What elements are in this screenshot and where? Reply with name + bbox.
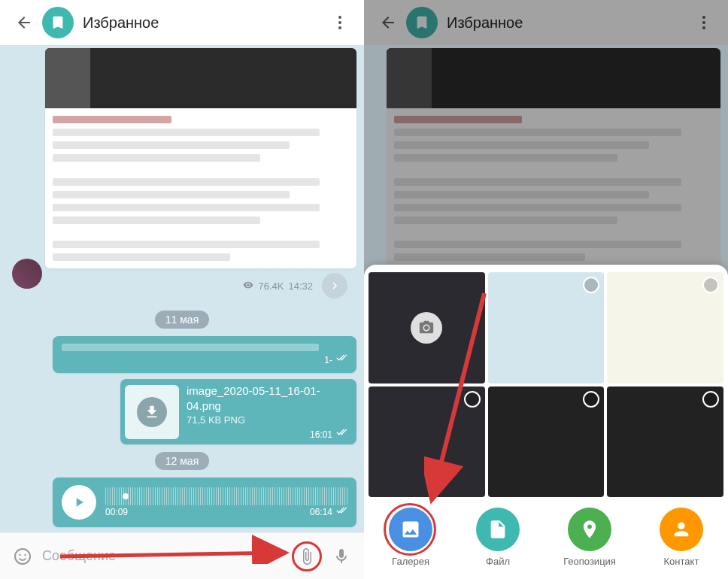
link-preview-image bbox=[45, 48, 356, 108]
views-count: 76.4K bbox=[258, 280, 284, 292]
location-icon bbox=[568, 508, 611, 551]
contact-label: Контакт bbox=[664, 556, 699, 567]
file-message[interactable]: image_2020-05-11_16-01-04.png 71,5 KB PN… bbox=[120, 379, 356, 444]
camera-icon bbox=[411, 312, 442, 344]
chat-title[interactable]: Избранное bbox=[83, 14, 325, 32]
file-size: 71,5 KB PNG bbox=[187, 414, 352, 426]
file-option[interactable]: Файл bbox=[476, 508, 520, 567]
saved-messages-avatar[interactable] bbox=[42, 7, 74, 38]
link-preview-message[interactable] bbox=[45, 48, 356, 268]
file-name: image_2020-05-11_16-01-04.png bbox=[187, 383, 352, 413]
emoji-button[interactable] bbox=[8, 541, 38, 571]
back-button[interactable] bbox=[9, 8, 39, 38]
svg-point-2 bbox=[338, 26, 341, 29]
date-separator: 12 мая bbox=[155, 452, 209, 470]
contact-option[interactable]: Контакт bbox=[660, 508, 703, 567]
select-circle[interactable] bbox=[702, 391, 719, 408]
audio-message[interactable]: 00:09 06:14 bbox=[53, 477, 356, 527]
download-button[interactable] bbox=[137, 397, 167, 427]
share-button[interactable] bbox=[322, 273, 347, 299]
file-thumbnail bbox=[125, 385, 179, 439]
location-option[interactable]: Геопозиция bbox=[563, 508, 616, 567]
file-label: Файл bbox=[486, 556, 510, 567]
gallery-photo[interactable] bbox=[488, 387, 605, 497]
attach-button[interactable] bbox=[292, 541, 322, 571]
message-time: 14:32 bbox=[288, 280, 313, 292]
select-circle[interactable] bbox=[583, 277, 599, 293]
photo-grid bbox=[364, 272, 728, 497]
message-input-bar: Сообщение bbox=[0, 532, 364, 579]
location-label: Геопозиция bbox=[563, 556, 616, 567]
message-input[interactable]: Сообщение bbox=[42, 548, 287, 564]
message-time: 1- bbox=[324, 355, 332, 365]
svg-point-4 bbox=[19, 553, 20, 555]
camera-cell[interactable] bbox=[369, 272, 485, 383]
more-options-button[interactable] bbox=[325, 8, 355, 38]
date-separator: 11 мая bbox=[155, 311, 209, 329]
gallery-photo[interactable] bbox=[488, 272, 605, 383]
audio-duration: 06:14 bbox=[310, 507, 332, 517]
gallery-photo[interactable] bbox=[607, 387, 723, 497]
gallery-photo[interactable] bbox=[369, 387, 485, 497]
voice-message-button[interactable] bbox=[326, 541, 356, 571]
svg-point-5 bbox=[24, 553, 26, 555]
outgoing-message[interactable]: 1- bbox=[53, 336, 356, 373]
gallery-icon bbox=[389, 508, 432, 551]
attachment-panel: Галерея Файл Геопозиция Контакт bbox=[364, 265, 728, 579]
message-time: 16:01 bbox=[310, 429, 332, 440]
select-circle[interactable] bbox=[583, 391, 599, 408]
sender-avatar[interactable] bbox=[12, 259, 42, 289]
select-circle[interactable] bbox=[702, 277, 719, 293]
gallery-label: Галерея bbox=[392, 556, 429, 567]
gallery-option[interactable]: Галерея bbox=[389, 508, 432, 567]
gallery-photo[interactable] bbox=[607, 272, 723, 383]
svg-point-3 bbox=[15, 549, 30, 564]
read-checks-icon bbox=[335, 507, 347, 518]
views-icon bbox=[243, 280, 253, 293]
chat-header: Избранное bbox=[0, 0, 364, 45]
svg-point-1 bbox=[338, 21, 341, 24]
file-icon bbox=[476, 508, 520, 551]
read-checks-icon bbox=[335, 354, 347, 365]
select-circle[interactable] bbox=[464, 391, 481, 408]
audio-waveform[interactable] bbox=[105, 487, 347, 505]
attach-options-row: Галерея Файл Геопозиция Контакт bbox=[364, 497, 728, 579]
play-button[interactable] bbox=[62, 485, 96, 520]
contact-icon bbox=[660, 508, 703, 551]
svg-point-0 bbox=[338, 16, 341, 19]
read-checks-icon bbox=[335, 429, 347, 440]
chat-messages-area[interactable]: 76.4K 14:32 11 мая 1- bbox=[0, 45, 364, 531]
audio-position: 00:09 bbox=[105, 507, 128, 518]
